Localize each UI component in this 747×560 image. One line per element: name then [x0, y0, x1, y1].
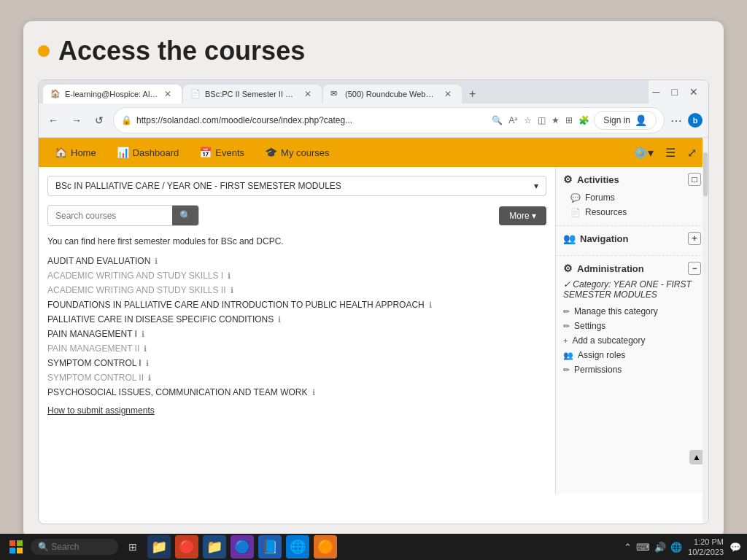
search-input[interactable]	[48, 206, 172, 225]
address-bar[interactable]: 🔒 https://solandacl.com/moodle/course/in…	[113, 107, 665, 133]
collections-icon[interactable]: ⊞	[565, 115, 573, 125]
activities-title: Activities	[577, 174, 619, 185]
nav-events[interactable]: 📅 Events	[190, 141, 253, 164]
task-view-button[interactable]: ⊞	[123, 537, 143, 557]
nav-home[interactable]: 🏠 Home	[46, 141, 105, 164]
navigation-toggle[interactable]: +	[688, 232, 701, 245]
admin-category: ✓ Category: YEAR ONE - FIRST SEMESTER MO…	[563, 279, 701, 300]
vertical-scrollbar[interactable]	[703, 167, 708, 494]
info-icon[interactable]: ℹ	[148, 373, 151, 383]
course-name: PAIN MANAGEMENT II	[47, 343, 139, 354]
sign-in-label: Sign in	[603, 115, 630, 125]
browser-tab-1[interactable]: 🏠 E-learning@Hospice: All courses ✕	[43, 85, 182, 104]
tab-icon[interactable]: ◫	[538, 115, 546, 125]
info-icon[interactable]: ℹ	[231, 286, 233, 295]
network-icon[interactable]: 🌐	[670, 542, 682, 553]
new-tab-button[interactable]: +	[463, 85, 481, 104]
taskbar-app-orange[interactable]: 🟠	[314, 535, 337, 559]
browser-tab-2[interactable]: 📄 BSc:PC II Semester II Examinatio... ✕	[183, 85, 322, 104]
system-icons: ⌃ ⌨ 🔊 🌐	[624, 542, 682, 553]
list-item[interactable]: PAIN MANAGEMENT I ℹ	[47, 327, 546, 341]
tab-close-3[interactable]: ✕	[443, 89, 453, 99]
forums-link[interactable]: 💬 Forums	[563, 190, 701, 205]
administration-toggle[interactable]: −	[688, 262, 701, 275]
refresh-button[interactable]: ↺	[91, 113, 107, 128]
info-icon[interactable]: ℹ	[429, 300, 432, 310]
taskbar-right: ⌃ ⌨ 🔊 🌐 1:20 PM 10/2/2023 💬	[624, 537, 741, 558]
info-icon[interactable]: ℹ	[312, 388, 315, 397]
info-icon[interactable]: ℹ	[155, 257, 158, 266]
close-button[interactable]: ✕	[685, 85, 703, 99]
restore-button[interactable]: □	[667, 85, 682, 99]
minimize-button[interactable]: ─	[649, 85, 665, 99]
list-item[interactable]: PAIN MANAGEMENT II ℹ	[47, 341, 546, 356]
course-list: AUDIT AND EVALUATION ℹ ACADEMIC WRITING …	[47, 254, 546, 400]
search-addr-icon[interactable]: 🔍	[492, 115, 503, 125]
sidebar-scroll-up-button[interactable]: ▲	[689, 450, 704, 464]
info-icon[interactable]: ℹ	[142, 330, 144, 339]
taskbar-search[interactable]	[31, 539, 118, 555]
start-button[interactable]	[6, 537, 26, 557]
browser-tab-3[interactable]: ✉ (500) Roundcube Webmail :: Re: ✕	[323, 85, 462, 104]
info-icon[interactable]: ℹ	[146, 359, 149, 368]
taskbar-app-folder[interactable]: 📁	[147, 535, 171, 559]
font-icon[interactable]: Aᵃ	[508, 115, 518, 125]
add-subcategory-link[interactable]: + Add a subcategory	[563, 333, 701, 348]
clock[interactable]: 1:20 PM 10/2/2023	[688, 537, 724, 558]
taskbar-app-purple[interactable]: 🔵	[231, 535, 254, 559]
list-item[interactable]: SYMPTOM CONTROL II ℹ	[47, 370, 546, 385]
address-icons: 🔍 Aᵃ ☆ ◫ ★ ⊞ 🧩	[492, 115, 589, 125]
how-to-link[interactable]: How to submit assignments	[47, 405, 546, 416]
notification-icon[interactable]: 💬	[729, 542, 741, 553]
forward-button[interactable]: →	[68, 113, 85, 128]
list-item[interactable]: PALLIATIVE CARE IN DISEASE SPECIFIC COND…	[47, 312, 546, 327]
nav-my-courses[interactable]: 🎓 My courses	[256, 141, 338, 164]
list-item[interactable]: PSYCHOSOCIAL ISSUES, COMMUNICATION AND T…	[47, 385, 546, 400]
browser-more-button[interactable]: ⋯	[670, 114, 682, 128]
settings-button[interactable]: ⚙️▾	[629, 143, 658, 163]
taskbar-app-powerpoint[interactable]: 🔴	[175, 535, 198, 559]
assign-roles-label: Assign roles	[578, 350, 625, 360]
bookmark-icon[interactable]: ★	[551, 115, 560, 125]
nav-dashboard[interactable]: 📊 Dashboard	[108, 141, 188, 164]
info-icon[interactable]: ℹ	[278, 315, 281, 324]
star-icon[interactable]: ☆	[524, 115, 532, 125]
tab-close-1[interactable]: ✕	[163, 89, 173, 99]
taskbar-app-word[interactable]: 📘	[258, 535, 282, 559]
sign-in-button[interactable]: Sign in 👤	[594, 111, 657, 130]
info-icon[interactable]: ℹ	[228, 271, 231, 281]
list-item[interactable]: SYMPTOM CONTROL I ℹ	[47, 356, 546, 370]
resources-link[interactable]: 📄 Resources	[563, 205, 701, 219]
info-icon[interactable]: ℹ	[144, 344, 147, 354]
system-tray-icon[interactable]: ⌃	[624, 542, 632, 553]
activities-toggle[interactable]: □	[688, 173, 701, 186]
add-subcategory-label: Add a subcategory	[572, 335, 645, 346]
keyboard-icon[interactable]: ⌨	[636, 542, 650, 553]
tab-close-2[interactable]: ✕	[303, 89, 313, 99]
menu-button[interactable]: ☰	[661, 143, 680, 163]
category-dropdown[interactable]: BSc IN PALLIATIVE CARE / YEAR ONE - FIRS…	[47, 176, 546, 196]
list-item[interactable]: ACADEMIC WRITING AND STUDY SKILLS I ℹ	[47, 268, 546, 283]
more-label: More ▾	[509, 211, 536, 221]
tab-favicon-2: 📄	[190, 89, 201, 99]
more-button[interactable]: More ▾	[499, 206, 546, 225]
search-button[interactable]: 🔍	[172, 206, 198, 225]
permissions-link[interactable]: ✏ Permissions	[563, 362, 701, 377]
settings-link[interactable]: ✏ Settings	[563, 319, 701, 333]
tab-label-1: E-learning@Hospice: All courses	[65, 90, 158, 98]
expand-button[interactable]: ⤢	[683, 143, 701, 163]
taskbar-app-explorer[interactable]: 📁	[203, 535, 226, 559]
back-button[interactable]: ←	[44, 113, 62, 128]
course-name: AUDIT AND EVALUATION	[47, 256, 150, 266]
list-item[interactable]: AUDIT AND EVALUATION ℹ	[47, 254, 546, 268]
events-icon: 📅	[199, 147, 212, 158]
assign-roles-link[interactable]: 👥 Assign roles	[563, 348, 701, 362]
bing-icon[interactable]: b	[688, 113, 703, 128]
manage-category-link[interactable]: ✏ Manage this category	[563, 304, 701, 319]
taskbar-app-edge[interactable]: 🌐	[286, 535, 309, 559]
navigation-section: 👥 Navigation +	[556, 226, 708, 256]
speaker-icon[interactable]: 🔊	[654, 542, 666, 553]
list-item[interactable]: FOUNDATIONS IN PALLIATIVE CARE AND INTRO…	[47, 298, 546, 312]
list-item[interactable]: ACADEMIC WRITING AND STUDY SKILLS II ℹ	[47, 283, 546, 298]
extension-icon[interactable]: 🧩	[578, 115, 589, 125]
